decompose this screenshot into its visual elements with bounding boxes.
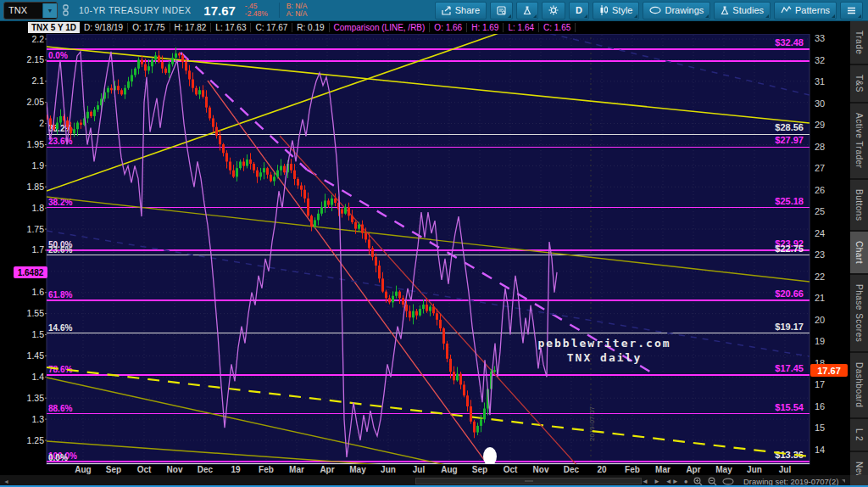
symbol-dropdown-button[interactable]: ▼ <box>42 3 57 18</box>
plot-area[interactable] <box>47 34 810 464</box>
right-axis-tick: 22 <box>815 271 825 282</box>
fib-percent-label: 0.0% <box>48 453 68 462</box>
pan-right-icon[interactable]: ► <box>654 478 660 485</box>
time-axis-label: Apr <box>686 465 700 474</box>
symbol-text[interactable]: TNX <box>4 5 42 15</box>
scroll-left-icon[interactable]: ◄ <box>0 479 13 484</box>
right-axis-tick: 28 <box>815 142 825 152</box>
quick-note-button[interactable] <box>490 2 513 20</box>
studies-button[interactable]: Studies <box>714 2 771 20</box>
left-axis-tick: 1.25 <box>27 435 45 445</box>
comparison-label[interactable]: Comparison (LINE, /RB) <box>330 23 431 32</box>
right-axis-tick: 25 <box>815 206 825 216</box>
ellipse-marker-drawing[interactable] <box>483 447 497 466</box>
time-axis-label: Jun <box>381 465 396 474</box>
share-button[interactable]: Share <box>435 2 487 20</box>
style-button[interactable]: Style <box>593 2 639 20</box>
left-axis-tick: 2 <box>39 118 44 128</box>
right-axis-tick: 19 <box>815 336 825 346</box>
time-axis-label: Aug <box>441 465 457 474</box>
symbol-input[interactable]: TNX ▼ <box>3 2 58 20</box>
tab-dashboard[interactable]: Dashboard <box>850 353 868 418</box>
tab-chart[interactable]: Chart <box>850 232 868 275</box>
fib-price-label: $27.97 <box>775 135 804 145</box>
header-high: H: 17.82 <box>170 23 212 32</box>
tab-trade[interactable]: Trade <box>850 21 868 65</box>
tab-l-2[interactable]: L 2 <box>850 419 868 452</box>
header-low: L: 17.63 <box>211 23 251 32</box>
link-icon[interactable] <box>62 4 70 16</box>
left-axis-tick: 1.6 <box>31 287 44 297</box>
time-axis-label: Dec <box>564 465 580 474</box>
right-axis-tick: 26 <box>815 185 825 195</box>
header-close: C: 17.67 <box>251 23 292 32</box>
right-axis-tick: 24 <box>815 228 825 238</box>
ask-value: A: N/A <box>287 10 308 18</box>
horizontal-scrollbar[interactable] <box>415 478 642 484</box>
left-axis-tick: 1.5 <box>31 329 44 339</box>
left-axis-tick: 1.35 <box>27 393 45 403</box>
left-axis-tick: 1.95 <box>27 139 45 149</box>
price-change: -.45 -2.48% <box>245 3 268 18</box>
header-range: R: 0.19 <box>292 23 329 32</box>
dropdown-corner-icon <box>508 14 511 18</box>
analysis-flask-button[interactable] <box>516 2 538 20</box>
calendar-note-icon <box>497 6 506 15</box>
time-axis-label: May <box>349 465 366 474</box>
expand-horizontal-icon[interactable]: ◄► <box>665 478 679 485</box>
tab-phase-scores[interactable]: Phase Scores <box>850 275 868 353</box>
trading-platform-window: TNX ▼ 10-YR TREASURY INDEX 17.67 -.45 -2… <box>0 0 868 487</box>
date-marker-label: 2019-07-07 <box>588 406 596 441</box>
fib-price-label: $25.18 <box>775 196 804 206</box>
left-axis-tick: 1.55 <box>27 308 45 318</box>
comparison-price-badge-text: 1.6482 <box>18 268 44 277</box>
fib-percent-label: 88.6% <box>48 404 72 413</box>
time-axis-label: Feb <box>259 465 274 474</box>
change-percent: -2.48% <box>245 10 268 18</box>
dropdown-corner-icon <box>634 14 637 18</box>
chart-header: TNX 5 Y 1D D: 9/18/19 O: 17.75 H: 17.82 … <box>0 21 868 34</box>
right-axis-tick: 21 <box>815 293 825 303</box>
bid-ask: B: N/A A: N/A <box>279 3 308 18</box>
zoom-in-icon[interactable] <box>693 477 703 486</box>
chart-canvas[interactable]: 2019-07-07$32.480.0%38.2%$28.5623.6%$27.… <box>0 34 850 475</box>
chart-symbol-period[interactable]: TNX 5 Y 1D <box>28 22 80 33</box>
flask-icon <box>523 6 531 15</box>
dropdown-corner-icon <box>765 14 769 18</box>
pan-left-icon[interactable]: ◄ <box>642 478 648 485</box>
time-axis-label: Sep <box>472 465 487 474</box>
pattern-wave-icon <box>781 6 792 14</box>
left-axis-tick: 1.7 <box>31 244 44 255</box>
marquee-ellipse-icon[interactable] <box>722 478 734 485</box>
zoom-out-icon[interactable] <box>708 477 717 486</box>
drawings-button[interactable]: Drawings <box>643 2 710 20</box>
right-axis-tick: 20 <box>815 315 825 325</box>
comparison-low: L: 1.64 <box>504 23 539 32</box>
right-axis-tick: 23 <box>815 249 825 260</box>
fib-price-label: $15.54 <box>775 402 804 412</box>
left-axis-tick: 1.75 <box>27 224 45 234</box>
left-axis-tick: 2.15 <box>27 54 45 64</box>
flask-icon <box>721 6 729 15</box>
settings-button[interactable] <box>542 2 565 20</box>
time-axis-label: Sep <box>106 465 121 474</box>
dropdown-corner-icon <box>858 14 861 18</box>
menu-button[interactable] <box>840 2 863 20</box>
fib-price-label: $17.45 <box>775 363 804 373</box>
svg-text:TNX daily: TNX daily <box>567 351 642 364</box>
fib-percent-label: 14.6% <box>48 323 72 333</box>
left-axis-tick: 1.3 <box>31 414 44 424</box>
timeframe-button[interactable]: D <box>569 2 589 20</box>
tab-active-trader[interactable]: Active Trader <box>850 104 868 179</box>
dropdown-corner-icon <box>533 14 537 18</box>
dropdown-corner-icon <box>705 14 709 18</box>
patterns-button[interactable]: Patterns <box>774 2 837 20</box>
time-axis-label: 20 <box>597 465 607 474</box>
left-axis-tick: 1.85 <box>27 182 45 192</box>
tab-buttons[interactable]: Buttons <box>850 180 868 232</box>
time-axis-label: Mar <box>289 465 304 474</box>
tab-t-s[interactable]: T&S <box>850 65 868 104</box>
time-axis-label: Nov <box>533 465 549 474</box>
auto-scale-icon[interactable]: ● <box>684 478 688 485</box>
right-axis-tick: 29 <box>815 120 825 130</box>
